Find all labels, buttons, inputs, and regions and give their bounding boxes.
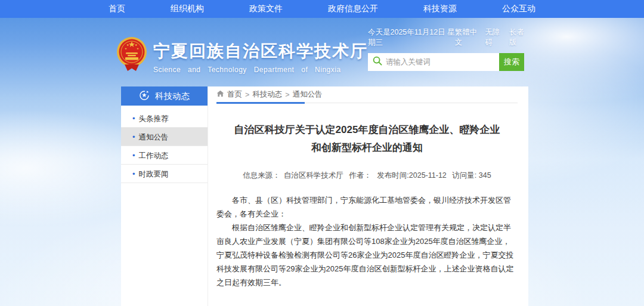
meta-author-label: 作者：: [349, 171, 371, 180]
meta-source-value: 自治区科学技术厅: [284, 171, 343, 180]
header-right: 今天是2025年11月12日 星期三 繁體中文 无障碍 长者版 搜索: [368, 27, 528, 82]
tech-news-icon: [139, 90, 150, 103]
sidebar-title: 科技动态: [155, 91, 190, 102]
article-body: 各市、县（区）科技管理部门，宁东能源化工基地管委会，银川经济技术开发区管委会，各…: [216, 193, 518, 289]
breadcrumb-separator: >: [245, 91, 249, 99]
nav-item-policy[interactable]: 政策文件: [249, 4, 283, 14]
sidebar-item-headlines[interactable]: •头条推荐: [121, 109, 208, 128]
svg-text:★: ★: [135, 43, 138, 47]
article-title: 自治区科技厅关于认定2025年度自治区雏鹰企业、瞪羚企业 和创新型标杆企业的通知: [216, 121, 518, 157]
svg-text:★: ★: [125, 47, 127, 50]
article-paragraph: 各市、县（区）科技管理部门，宁东能源化工基地管委会，银川经济技术开发区管委会，各…: [216, 193, 518, 221]
nav-item-home[interactable]: 首页: [109, 4, 125, 14]
traditional-chinese-link[interactable]: 繁體中文: [455, 27, 480, 48]
nav-item-tech-resources[interactable]: 科技资源: [423, 4, 457, 14]
content-area: 科技动态 •头条推荐 •通知公告 •工作动态 •时政要闻 首页 > 科技动态 >…: [121, 86, 528, 306]
sidebar-header: 科技动态: [121, 86, 208, 106]
bullet-dot-icon: •: [132, 132, 135, 141]
search-icon: [373, 56, 382, 68]
breadcrumb-home[interactable]: 首页: [227, 89, 242, 100]
bullet-dot-icon: •: [132, 169, 135, 178]
top-nav: 首页 组织机构 政策文件 政府信息公开 科技资源 公众互动: [0, 0, 644, 18]
main-panel: 首页 > 科技动态 > 通知公告 自治区科技厅关于认定2025年度自治区雏鹰企业…: [208, 86, 528, 306]
svg-text:★: ★: [126, 43, 129, 47]
meta-publish-date: 发布时间:2025-11-12: [377, 171, 447, 180]
sidebar-item-current-politics[interactable]: •时政要闻: [121, 165, 208, 183]
nav-item-gov-info[interactable]: 政府信息公开: [328, 4, 378, 14]
site-subtitle: Science and Technology Department of Nin…: [153, 66, 368, 74]
home-icon: [216, 90, 224, 99]
article-paragraph: 根据自治区雏鹰企业、瞪羚企业和创新型标杆企业认定管理有关规定，决定认定半亩良人农…: [216, 221, 518, 289]
breadcrumb: 首页 > 科技动态 > 通知公告: [216, 86, 518, 103]
sidebar-item-notices[interactable]: •通知公告: [121, 128, 208, 146]
sidebar-item-work-updates[interactable]: •工作动态: [121, 146, 208, 165]
article-meta: 信息来源：自治区科学技术厅 作者： 发布时间:2025-11-12 访问量: 3…: [216, 171, 518, 181]
meta-views: 访问量: 345: [452, 171, 491, 180]
site-brand[interactable]: ★ ★ ★ ★ 宁夏回族自治区科学技术厅 Science and Technol…: [116, 31, 368, 82]
meta-source-label: 信息来源：: [243, 171, 280, 180]
national-emblem-icon: ★ ★ ★ ★: [116, 36, 147, 77]
site-header: ★ ★ ★ ★ 宁夏回族自治区科学技术厅 Science and Technol…: [116, 23, 528, 82]
sidebar: 科技动态 •头条推荐 •通知公告 •工作动态 •时政要闻: [121, 86, 208, 306]
svg-text:★: ★: [137, 47, 139, 50]
nav-item-public-interaction[interactable]: 公众互动: [502, 4, 535, 14]
breadcrumb-notices[interactable]: 通知公告: [293, 89, 323, 100]
accessibility-link[interactable]: 无障碍: [485, 27, 504, 48]
bullet-dot-icon: •: [132, 151, 135, 160]
nav-item-organization[interactable]: 组织机构: [171, 4, 204, 14]
search-input[interactable]: [386, 58, 494, 66]
current-date: 今天是2025年11月12日 星期三: [368, 27, 455, 48]
search-button[interactable]: 搜索: [499, 53, 524, 71]
breadcrumb-tech-news[interactable]: 科技动态: [252, 89, 282, 100]
bullet-dot-icon: •: [132, 114, 135, 123]
elder-version-link[interactable]: 长者版: [509, 27, 528, 48]
breadcrumb-separator: >: [285, 91, 289, 99]
site-title: 宁夏回族自治区科学技术厅: [153, 40, 368, 63]
search-box: [368, 53, 499, 71]
